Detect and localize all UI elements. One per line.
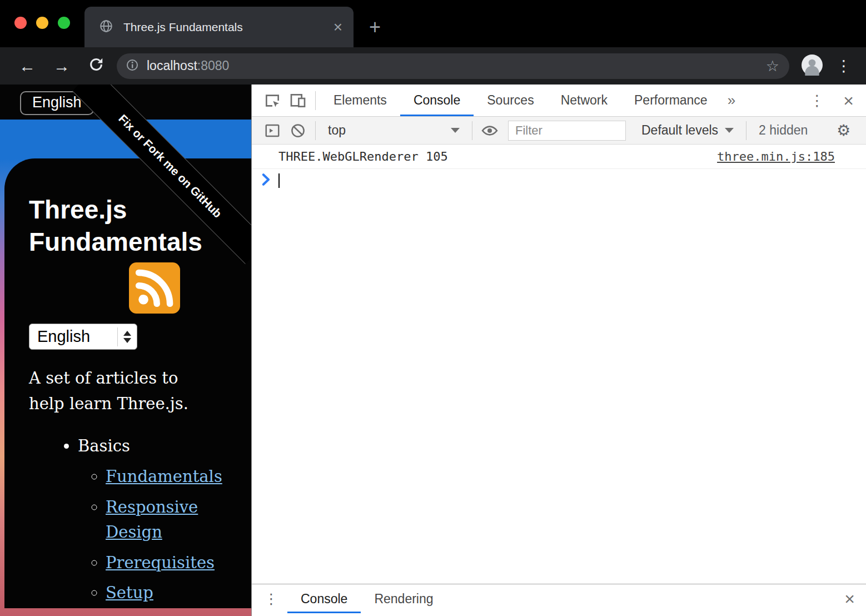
nav-link-responsive-design[interactable]: Responsive Design	[106, 498, 198, 542]
drawer-body	[252, 613, 866, 616]
drawer-tab-rendering[interactable]: Rendering	[361, 584, 446, 613]
chevron-down-icon	[725, 128, 734, 133]
url-host: localhost	[147, 58, 197, 73]
console-message-row: THREE.WebGLRenderer 105 three.min.js:185	[252, 145, 866, 169]
profile-avatar[interactable]	[802, 54, 823, 78]
browser-window: Three.js Fundamentals × + ← → localhost:…	[0, 0, 866, 85]
tab-close-icon[interactable]: ×	[334, 19, 342, 35]
nav-link-setup[interactable]: Setup	[106, 583, 153, 602]
console-message-text: THREE.WebGLRenderer 105	[278, 150, 448, 163]
forward-icon[interactable]: →	[44, 58, 79, 74]
tab-sources[interactable]: Sources	[474, 85, 547, 116]
content-area: English Fix or Fork me on GitHub Three.j…	[0, 85, 866, 616]
rss-icon[interactable]	[129, 262, 180, 314]
nav-section-basics: Basics Fundamentals Responsive Design Pr…	[78, 434, 251, 606]
bookmark-star-icon[interactable]: ☆	[766, 57, 779, 75]
drawer-toolbar: ⋮ Console Rendering ×	[252, 584, 866, 613]
drawer-tab-console[interactable]: Console	[287, 584, 361, 613]
select-arrows-icon	[117, 327, 131, 346]
url-port: :8080	[197, 58, 230, 73]
url-bar[interactable]: localhost:8080 ☆	[117, 53, 789, 79]
divider	[315, 91, 316, 110]
divider	[472, 121, 472, 140]
language-select[interactable]: English	[29, 324, 137, 350]
devtools-drawer: ⋮ Console Rendering ×	[252, 584, 866, 616]
list-item: Responsive Design	[106, 495, 251, 545]
filter-input[interactable]	[508, 121, 626, 141]
tab-console[interactable]: Console	[400, 85, 474, 116]
browser-menu-icon[interactable]: ⋮	[836, 57, 852, 75]
console-settings-gear-icon[interactable]: ⚙	[837, 121, 856, 140]
prompt-chevron-icon	[262, 173, 271, 188]
list-item: Fundamentals	[106, 464, 251, 489]
chevron-down-icon	[451, 128, 460, 133]
page-nav: Basics Fundamentals Responsive Design Pr…	[29, 434, 251, 608]
hidden-messages-count: 2 hidden	[751, 123, 815, 138]
zoom-window-button[interactable]	[58, 17, 70, 29]
reload-icon[interactable]	[79, 56, 113, 76]
tab-performance[interactable]: Performance	[621, 85, 721, 116]
execution-context-value: top	[328, 123, 346, 138]
globe-favicon-icon	[99, 19, 113, 36]
text-cursor	[278, 173, 280, 188]
tab-elements[interactable]: Elements	[320, 85, 400, 116]
new-tab-button[interactable]: +	[369, 17, 381, 37]
nav-section-label: Basics	[78, 436, 130, 455]
tab-network[interactable]: Network	[548, 85, 621, 116]
device-toolbar-icon[interactable]	[285, 89, 311, 112]
language-select-value: English	[37, 327, 117, 346]
log-levels-value: Default levels	[641, 123, 718, 138]
log-levels-select[interactable]: Default levels	[634, 123, 741, 138]
eye-icon[interactable]	[477, 119, 502, 142]
divider	[315, 121, 316, 140]
devtools-main-toolbar: Elements Console Sources Network Perform…	[252, 85, 866, 117]
clear-console-icon[interactable]	[285, 119, 311, 142]
nav-link-prerequisites[interactable]: Prerequisites	[106, 553, 215, 572]
window-controls	[14, 17, 70, 29]
browser-tab[interactable]: Three.js Fundamentals ×	[84, 7, 354, 47]
url-text[interactable]: localhost:8080	[147, 58, 229, 73]
threejs-page: English Fix or Fork me on GitHub Three.j…	[0, 85, 251, 616]
console-prompt[interactable]	[252, 169, 866, 192]
page-description: A set of articles to help learn Three.js…	[29, 365, 207, 417]
tab-strip: Three.js Fundamentals × +	[0, 0, 866, 47]
more-tabs-icon[interactable]: »	[728, 92, 735, 109]
execution-context-select[interactable]: top	[320, 123, 467, 138]
list-item: Prerequisites	[106, 550, 251, 575]
devtools-menu-icon[interactable]: ⋮	[809, 92, 824, 110]
back-icon[interactable]: ←	[10, 58, 44, 74]
drawer-menu-icon[interactable]: ⋮	[264, 590, 278, 608]
console-empty-area[interactable]	[252, 192, 866, 584]
browser-navbar: ← → localhost:8080 ☆	[0, 47, 866, 85]
console-toolbar: top Default levels 2 hidden ⚙	[252, 117, 866, 145]
drawer-close-icon[interactable]: ×	[844, 590, 855, 608]
minimize-window-button[interactable]	[36, 17, 48, 29]
site-info-icon[interactable]	[126, 58, 139, 74]
console-sidebar-icon[interactable]	[260, 119, 285, 142]
devtools-close-icon[interactable]: ×	[843, 92, 854, 110]
divider	[746, 121, 746, 140]
console-message-source-link[interactable]: three.min.js:185	[717, 150, 835, 163]
tab-title: Three.js Fundamentals	[123, 21, 334, 34]
devtools-panel: Elements Console Sources Network Perform…	[251, 85, 866, 616]
inspect-element-icon[interactable]	[260, 89, 285, 112]
list-item: Setup	[106, 580, 251, 605]
close-window-button[interactable]	[14, 17, 27, 29]
nav-link-fundamentals[interactable]: Fundamentals	[106, 467, 222, 486]
